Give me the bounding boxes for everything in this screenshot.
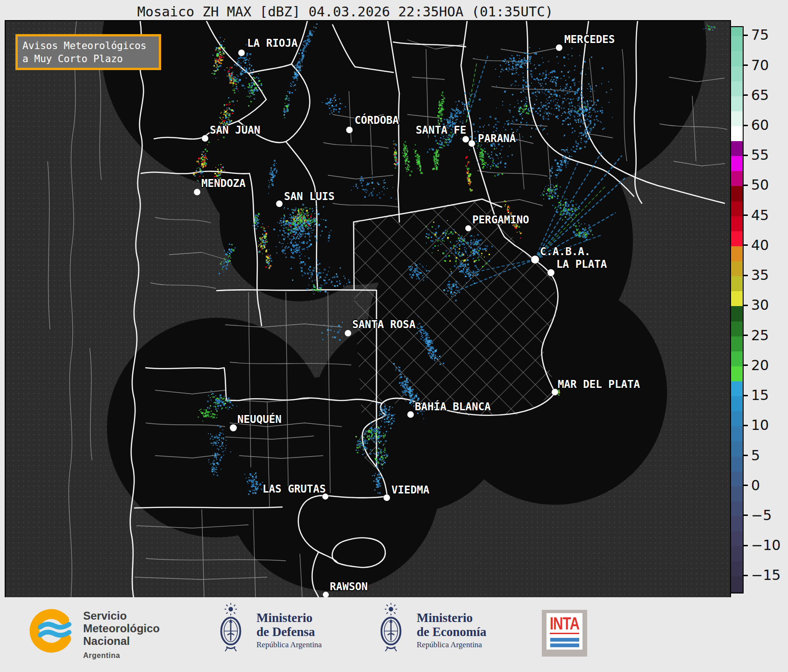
economia-line1: Ministerio	[417, 611, 486, 625]
smn-line1: Servicio	[83, 609, 160, 622]
colorbar-segment	[731, 592, 743, 594]
warning-line1: Avisos Meteorológicos	[22, 40, 159, 53]
city-dot-santa-fe	[462, 136, 469, 143]
city-label-mendoza: MENDOZA	[201, 178, 246, 189]
city-label-viedma: VIEDMA	[391, 485, 429, 495]
colorbar-label-55: 55	[751, 147, 769, 163]
colorbar-segment	[731, 486, 743, 502]
colorbar-segment	[731, 546, 743, 562]
inta-bar-2	[550, 643, 579, 647]
colorbar-segment	[731, 36, 743, 51]
colorbar-tick	[744, 185, 748, 186]
city-label-neuquen: NEUQUÉN	[237, 414, 282, 425]
city-label-c-a-b-a: C.A.B.A.	[540, 246, 590, 257]
city-dot-bahia-blanca	[407, 411, 414, 418]
city-dot-cordoba	[346, 127, 353, 133]
colorbar-label-75: 75	[751, 27, 769, 43]
colorbar-tick	[744, 455, 748, 456]
radar-mosaic-page: Mosaico ZH MAX [dBZ] 04.03.2026 22:35HOA…	[0, 0, 788, 672]
colorbar-segment	[731, 411, 743, 427]
colorbar-label-70: 70	[751, 57, 769, 73]
city-dot-pergamino	[465, 225, 471, 231]
colorbar-segment	[731, 322, 743, 337]
colorbar-segment	[731, 576, 743, 592]
city-label-pergamino: PERGAMINO	[472, 214, 529, 225]
ministerio-economia-block: Ministerio de Economía República Argenti…	[373, 602, 486, 658]
city-dot-mar-del-plata	[552, 389, 558, 395]
city-dot-rawson	[323, 592, 329, 598]
economia-sub: República Argentina	[417, 640, 486, 650]
city-label-rawson: RAWSON	[330, 581, 368, 592]
colorbar-tick	[744, 425, 748, 426]
colorbar-tick	[744, 244, 748, 246]
defensa-crest-icon	[213, 602, 249, 658]
warning-banner[interactable]: Avisos Meteorológicos a Muy Corto Plazo	[15, 34, 161, 70]
colorbar-segment	[731, 201, 743, 217]
colorbar-segment	[731, 51, 743, 66]
ministerio-defensa-block: Ministerio de Defensa República Argentin…	[213, 602, 322, 658]
city-dot-san-luis	[276, 200, 283, 207]
colorbar-segment	[731, 231, 743, 247]
radar-map: LA RIOJAMERCEDESSAN JUANCÓRDOBASANTA FEP…	[6, 21, 730, 597]
colorbar-tick	[744, 305, 748, 306]
colorbar-label-0: 0	[751, 477, 760, 493]
colorbar-segment	[731, 246, 743, 262]
colorbar-label--15: −15	[751, 567, 781, 583]
city-label-bahia-blanca: BAHÍA BLANCA	[415, 401, 491, 412]
colorbar-tick	[744, 485, 748, 486]
colorbar-tick	[744, 545, 748, 546]
colorbar-segment	[731, 366, 743, 382]
city-label-santa-rosa: SANTA ROSA	[352, 319, 415, 330]
colorbar-segment	[731, 516, 743, 532]
colorbar-segment	[731, 291, 743, 307]
city-label-parana: PARANÁ	[478, 133, 516, 144]
page-title: Mosaico ZH MAX [dBZ] 04.03.2026 22:35HOA…	[137, 4, 553, 20]
city-dot-san-juan	[202, 135, 208, 142]
colorbar-segment	[731, 156, 743, 172]
smn-line3: Nacional	[83, 635, 160, 647]
colorbar-tick	[744, 275, 748, 276]
colorbar-label-50: 50	[751, 177, 769, 193]
colorbar-segment	[731, 216, 743, 232]
colorbar-label-60: 60	[751, 117, 769, 133]
colorbar-label-35: 35	[751, 267, 769, 283]
colorbar-segment	[731, 381, 743, 397]
colorbar-tick	[744, 365, 748, 366]
colorbar-tick	[744, 335, 748, 336]
colorbar-tick	[744, 214, 748, 216]
smn-logo-icon	[28, 606, 77, 654]
colorbar-segment	[731, 441, 743, 457]
colorbar-label-15: 15	[751, 387, 769, 403]
colorbar-segment	[731, 426, 743, 442]
colorbar-label-65: 65	[751, 86, 769, 103]
defensa-line2: de Defensa	[256, 625, 322, 639]
city-label-la-rioja: LA RIOJA	[247, 38, 298, 49]
colorbar-label-30: 30	[751, 297, 769, 313]
city-label-santa-fe: SANTA FE	[416, 125, 466, 136]
city-dot-parana	[469, 140, 475, 147]
city-label-las-grutas: LAS GRUTAS	[263, 484, 326, 494]
city-label-san-juan: SAN JUAN	[210, 125, 260, 136]
colorbar-segment	[731, 336, 743, 352]
city-label-mar-del-plata: MAR DEL PLATA	[558, 379, 640, 390]
colorbar-segment	[731, 306, 743, 322]
colorbar-segment	[731, 561, 743, 577]
colorbar-label-20: 20	[751, 357, 769, 373]
colorbar-label-40: 40	[751, 237, 769, 253]
colorbar-segment	[731, 26, 743, 36]
colorbar-segment	[731, 457, 743, 472]
colorbar-label-45: 45	[751, 207, 769, 223]
colorbar-label--10: −10	[751, 537, 781, 553]
colorbar-segment	[731, 186, 743, 201]
colorbar-segment	[731, 396, 743, 412]
city-dot-la-rioja	[238, 50, 245, 56]
colorbar-segment	[731, 141, 743, 157]
inta-wordmark: INTA	[550, 615, 579, 634]
city-label-la-plata: LA PLATA	[556, 259, 607, 270]
colorbar-tick	[744, 35, 748, 36]
colorbar-label-25: 25	[751, 327, 769, 343]
colorbar-tick	[744, 125, 748, 126]
defensa-sub: República Argentina	[256, 640, 322, 650]
colorbar-segment	[731, 126, 743, 142]
city-dot-neuquen	[230, 424, 237, 431]
